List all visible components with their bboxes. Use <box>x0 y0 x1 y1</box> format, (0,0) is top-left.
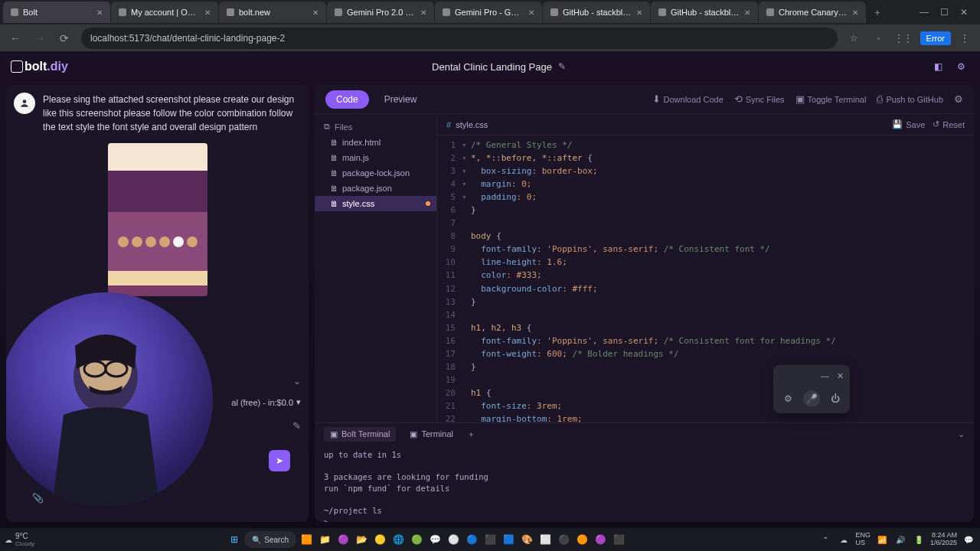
model-selector[interactable]: al (free) - in:$0.0 ▾ <box>231 397 301 407</box>
open-file-tab[interactable]: # style.css <box>446 120 488 129</box>
file-item[interactable]: 🗎package-lock.json <box>315 165 436 181</box>
forward-button[interactable]: → <box>29 28 51 49</box>
taskbar-app-12[interactable]: 🟦 <box>500 531 517 548</box>
close-tab-icon[interactable]: ✕ <box>528 8 534 17</box>
widget-close-icon[interactable]: ✕ <box>837 371 844 381</box>
toggle-terminal-button[interactable]: ▣Toggle Terminal <box>795 93 867 105</box>
browser-tab[interactable]: GitHub - stackblitz-labs/…✕ <box>651 2 758 23</box>
push-github-button[interactable]: ⎙Push to GitHub <box>877 93 943 105</box>
close-button[interactable]: ✕ <box>957 7 971 18</box>
taskbar-app-11[interactable]: ⬛ <box>482 531 498 548</box>
recording-widget[interactable]: — ✕ ⚙ 🎤 ⏻ <box>773 365 850 413</box>
browser-tab[interactable]: Gemini Pro - Google De…✕ <box>435 2 542 23</box>
maximize-button[interactable]: ☐ <box>937 7 951 18</box>
edit-icon[interactable]: ✎ <box>292 420 301 432</box>
logo-text: bolt.diy <box>24 60 68 73</box>
add-terminal-button[interactable]: ＋ <box>467 429 475 440</box>
export-icon[interactable]: ◧ <box>929 58 946 75</box>
send-button[interactable]: ➤ <box>269 450 290 471</box>
files-header[interactable]: ⧉ Files <box>315 119 436 135</box>
browser-tab[interactable]: bolt.new✕ <box>219 2 326 23</box>
taskbar-app-13[interactable]: 🎨 <box>518 531 535 548</box>
collapse-terminal-icon[interactable]: ⌄ <box>958 429 965 439</box>
wifi-icon[interactable]: 📶 <box>875 536 889 544</box>
profile-icon[interactable]: ◦ <box>868 28 890 49</box>
browser-tab[interactable]: Chrome Canary features✕ <box>759 2 866 23</box>
window-controls: — ☐ ✕ <box>911 7 977 18</box>
close-tab-icon[interactable]: ✕ <box>636 8 642 17</box>
widget-minimize-icon[interactable]: — <box>821 371 829 381</box>
taskbar-app-9[interactable]: ⚪ <box>445 531 462 548</box>
file-item[interactable]: 🗎style.css <box>315 196 436 211</box>
file-item[interactable]: 🗎index.html <box>315 135 436 150</box>
taskbar-app-6[interactable]: 🌐 <box>390 531 407 548</box>
language-indicator[interactable]: ENG US <box>855 532 871 547</box>
reload-button[interactable]: ⟳ <box>54 28 75 49</box>
browser-tab[interactable]: Bolt✕ <box>3 2 110 23</box>
weather-widget[interactable]: ☁ 9°C Cloudy <box>5 532 34 547</box>
preview-tab[interactable]: Preview <box>374 90 428 109</box>
notifications-icon[interactable]: 💬 <box>962 536 975 544</box>
tray-cloud-icon[interactable]: ☁ <box>837 536 851 544</box>
taskbar-app-2[interactable]: 📁 <box>316 531 333 548</box>
extensions-icon[interactable]: ⋮⋮ <box>893 28 914 49</box>
code-editor[interactable]: 1234567891011121314151617181920212223242… <box>437 135 974 422</box>
new-tab-button[interactable]: ＋ <box>867 2 888 23</box>
file-item[interactable]: 🗎main.js <box>315 150 436 165</box>
battery-icon[interactable]: 🔋 <box>912 536 926 544</box>
taskbar-app-17[interactable]: 🟣 <box>592 531 609 548</box>
sync-files-button[interactable]: ⟲Sync Files <box>734 93 785 105</box>
tray-chevron-icon[interactable]: ⌃ <box>818 536 832 544</box>
save-button[interactable]: 💾Save <box>892 119 925 129</box>
taskbar-app-7[interactable]: 🟢 <box>408 531 425 548</box>
download-code-button[interactable]: ⬇Download Code <box>652 93 724 105</box>
settings-button[interactable]: ⚙ <box>954 93 963 105</box>
start-button[interactable]: ⊞ <box>226 531 243 548</box>
widget-gear-icon[interactable]: ⚙ <box>779 390 796 407</box>
taskbar-app-1[interactable]: 🟧 <box>298 531 315 548</box>
mic-icon[interactable]: 🎤 <box>803 390 820 407</box>
volume-icon[interactable]: 🔊 <box>893 536 907 544</box>
browser-tab[interactable]: Gemini Pro 2.0 Experime…✕ <box>327 2 434 23</box>
minimize-button[interactable]: — <box>917 7 931 18</box>
taskbar-app-14[interactable]: ⬜ <box>537 531 554 548</box>
taskbar-app-15[interactable]: ⚫ <box>555 531 572 548</box>
terminal-output[interactable]: up to date in 1s 3 packages are looking … <box>315 445 974 522</box>
file-item[interactable]: 🗎package.json <box>315 181 436 196</box>
close-tab-icon[interactable]: ✕ <box>744 8 750 17</box>
taskbar-app-10[interactable]: 🔵 <box>463 531 480 548</box>
close-tab-icon[interactable]: ✕ <box>852 8 858 17</box>
widget-power-icon[interactable]: ⏻ <box>827 390 844 407</box>
url-input[interactable]: localhost:5173/chat/dental-clinic-landin… <box>81 28 838 49</box>
download-icon: ⬇ <box>652 93 661 105</box>
browser-tab[interactable]: GitHub - stackblitz-labs/…✕ <box>543 2 650 23</box>
reset-button[interactable]: ↺Reset <box>933 119 965 129</box>
close-tab-icon[interactable]: ✕ <box>96 8 103 17</box>
attachment-preview[interactable] <box>108 143 207 296</box>
bolt-terminal-tab[interactable]: ▣Bolt Terminal <box>324 427 396 442</box>
browser-tab[interactable]: My account | OpenRouter✕ <box>111 2 218 23</box>
taskbar-app-4[interactable]: 📂 <box>353 531 370 548</box>
bookmark-icon[interactable]: ☆ <box>844 28 865 49</box>
menu-button[interactable]: ⋮ <box>954 28 975 49</box>
taskbar-app-5[interactable]: 🟡 <box>371 531 388 548</box>
terminal-tab[interactable]: ▣Terminal <box>403 427 459 442</box>
back-button[interactable]: ← <box>5 28 26 49</box>
edit-title-icon[interactable]: ✎ <box>558 61 566 72</box>
taskbar-app-18[interactable]: ⬛ <box>610 531 627 548</box>
attach-button[interactable]: 📎 <box>32 493 44 504</box>
close-tab-icon[interactable]: ✕ <box>420 8 426 17</box>
error-badge[interactable]: Error <box>920 31 951 45</box>
save-icon: 💾 <box>892 119 903 129</box>
logo[interactable]: bolt.diy <box>11 60 68 73</box>
close-tab-icon[interactable]: ✕ <box>204 8 211 17</box>
collapse-icon[interactable]: ⌄ <box>293 376 301 386</box>
taskbar-app-16[interactable]: 🟠 <box>573 531 590 548</box>
clock[interactable]: 8:24 AM 1/6/2025 <box>930 532 957 547</box>
settings-icon[interactable]: ⚙ <box>952 58 969 75</box>
close-tab-icon[interactable]: ✕ <box>312 8 318 17</box>
taskbar-search[interactable]: 🔍 Search <box>244 531 296 548</box>
taskbar-app-3[interactable]: 🟣 <box>335 531 351 548</box>
taskbar-app-8[interactable]: 💬 <box>426 531 443 548</box>
code-tab[interactable]: Code <box>325 90 369 109</box>
